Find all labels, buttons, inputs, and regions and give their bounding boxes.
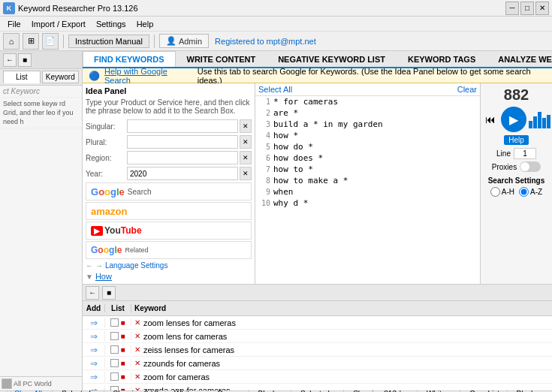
help-bar-description: Use this tab to search Google for Keywor… (198, 67, 546, 85)
proxies-toggle[interactable] (520, 161, 541, 172)
count-display: 882 (504, 86, 529, 104)
source-google[interactable]: Google Search (86, 182, 252, 201)
play-button[interactable]: ▶ (501, 107, 526, 132)
radio-a-h-label: A-H (502, 188, 514, 196)
sidebar-tab-list[interactable]: List (3, 71, 41, 83)
help-button[interactable]: Help (504, 135, 529, 145)
title-bar-controls: ─ □ ✕ (505, 2, 549, 15)
delete-icon-4[interactable]: ✕ (134, 359, 140, 367)
source-amazon[interactable]: amazon (86, 202, 252, 220)
grid-add-3[interactable]: ⇒ (83, 345, 105, 355)
kw-text-1: * for cameras (273, 96, 338, 107)
singular-clear-btn[interactable]: ✕ (240, 119, 252, 133)
kw-num-6: 6 (258, 152, 270, 164)
grid-row-3[interactable]: ⇒ ■ ✕ zeiss lenses for cameras (83, 343, 552, 357)
radio-a-h[interactable]: A-H (490, 187, 514, 197)
x-icon-3: ■ (120, 345, 125, 354)
tab-keyword-tags[interactable]: KEYWORD TAGS (397, 51, 487, 67)
toolbar-separator (63, 35, 64, 48)
grid-col-list-header: List (105, 304, 131, 312)
menu-import-export[interactable]: Import / Export (27, 18, 90, 30)
minimize-button[interactable]: ─ (505, 2, 519, 15)
sidebar-footer-text: All PC World (14, 380, 52, 387)
grid-toolbar-btn2[interactable]: ■ (102, 286, 116, 300)
grid-row-2[interactable]: ⇒ ■ ✕ zoom lens for cameras (83, 330, 552, 343)
select-all-link[interactable]: Select All (258, 85, 292, 94)
checkbox-5[interactable] (110, 372, 119, 381)
delete-icon-1[interactable]: ✕ (134, 318, 140, 327)
region-input[interactable] (127, 151, 238, 164)
radio-a-z[interactable]: A-Z (519, 187, 542, 197)
grid-list-3: ■ (105, 345, 131, 354)
grid-add-2[interactable]: ⇒ (83, 331, 105, 342)
grid-row-1[interactable]: ⇒ ■ ✕ zoom lenses for cameras (83, 316, 552, 330)
clear-link[interactable]: Clear (457, 85, 477, 94)
delete-icon-5[interactable]: ✕ (134, 372, 140, 381)
tab-write-content[interactable]: WRITE CONTENT (176, 51, 267, 67)
bar-5 (547, 115, 550, 128)
tab-find-keywords[interactable]: FIND KEYWORDS (83, 51, 176, 67)
plural-clear-btn[interactable]: ✕ (240, 135, 252, 149)
suggestion-row: ← → Language Settings (86, 261, 252, 270)
instruction-manual-button[interactable]: Instruction Manual (68, 35, 149, 48)
help-link[interactable]: Help with Google Search (104, 67, 193, 85)
grid-add-1[interactable]: ⇒ (83, 318, 105, 328)
toolbar-separator2 (154, 35, 155, 48)
sidebar-item-1[interactable]: ct Keyworc (0, 86, 82, 98)
how-suggestion[interactable]: How (95, 272, 112, 281)
document-button[interactable]: 📄 (42, 33, 59, 50)
checkbox-3[interactable] (110, 345, 119, 354)
clear-all-filters-btn[interactable]: ✕ Clear All Filters (3, 390, 53, 393)
delete-icon-3[interactable]: ✕ (134, 345, 140, 354)
grid-toolbar-btn1[interactable]: ← (86, 286, 99, 300)
checkbox-4[interactable] (110, 359, 119, 367)
radio-a-h-input[interactable] (490, 187, 500, 197)
radio-a-z-input[interactable] (519, 187, 529, 197)
delete-icon-2[interactable]: ✕ (134, 332, 140, 340)
year-input[interactable] (127, 167, 238, 180)
maximize-button[interactable]: □ (520, 2, 534, 15)
grid-row-4[interactable]: ⇒ ■ ✕ zzounds for cameras (83, 357, 552, 370)
language-settings-link[interactable]: Language Settings (105, 261, 167, 270)
menu-file[interactable]: File (3, 18, 26, 30)
source-youtube[interactable]: ▶ YouTube (86, 222, 252, 240)
singular-label: Singular: (86, 122, 127, 131)
sidebar-tab-keyword[interactable]: Keyword (42, 71, 80, 83)
proxies-row: Proxies (492, 161, 541, 172)
grid-header: Add List Keyword (83, 301, 552, 316)
plural-input[interactable] (127, 135, 238, 149)
bar-1 (529, 121, 532, 128)
status-grey-list-grid: Grey List: 813 (466, 390, 507, 393)
region-clear-btn[interactable]: ✕ (240, 151, 252, 164)
grid-row-5[interactable]: ⇒ ■ ✕ zoom for cameras (83, 370, 552, 384)
find-panel: Idea Panel Type your Product or Service … (83, 83, 552, 284)
search-settings-label: Search Settings (488, 176, 545, 185)
menu-settings[interactable]: Settings (92, 18, 131, 30)
grid-button[interactable]: ⊞ (23, 33, 39, 50)
source-google-related[interactable]: Google Related (86, 241, 252, 259)
sidebar-toolbar-btn1[interactable]: ← (3, 53, 17, 67)
skip-back-button[interactable]: ⏮ (482, 111, 499, 128)
add-arrow-2: ⇒ (90, 331, 98, 342)
sidebar-toolbar-btn2[interactable]: ■ (18, 53, 32, 67)
menu-help[interactable]: Help (132, 18, 158, 30)
singular-input[interactable] (127, 119, 238, 133)
tab-analyze-webpage[interactable]: ANALYZE WEBPAGE (487, 51, 552, 67)
menu-bar: File Import / Export Settings Help (0, 17, 552, 32)
checkbox-1[interactable] (110, 318, 119, 327)
registered-text: Registered to mpt@mpt.net (215, 37, 316, 46)
year-clear-btn[interactable]: ✕ (240, 167, 252, 180)
admin-button[interactable]: 👤 Admin (159, 34, 209, 48)
line-input[interactable] (514, 148, 536, 159)
close-button[interactable]: ✕ (535, 2, 549, 15)
tab-negative-keyword[interactable]: NEGATIVE KEYWORD LIST (267, 51, 397, 67)
grid-list-4: ■ (105, 359, 131, 367)
keyword-text-5: zoom for cameras (143, 372, 210, 381)
checkbox-2[interactable] (110, 332, 119, 340)
grid-add-4[interactable]: ⇒ (83, 358, 105, 369)
idea-panel-title: Idea Panel (86, 86, 252, 95)
grid-col-add-header: Add (83, 304, 105, 312)
kw-line-9: 9 when (255, 186, 480, 198)
home-button[interactable]: ⌂ (3, 33, 20, 50)
grid-add-5[interactable]: ⇒ (83, 372, 105, 382)
